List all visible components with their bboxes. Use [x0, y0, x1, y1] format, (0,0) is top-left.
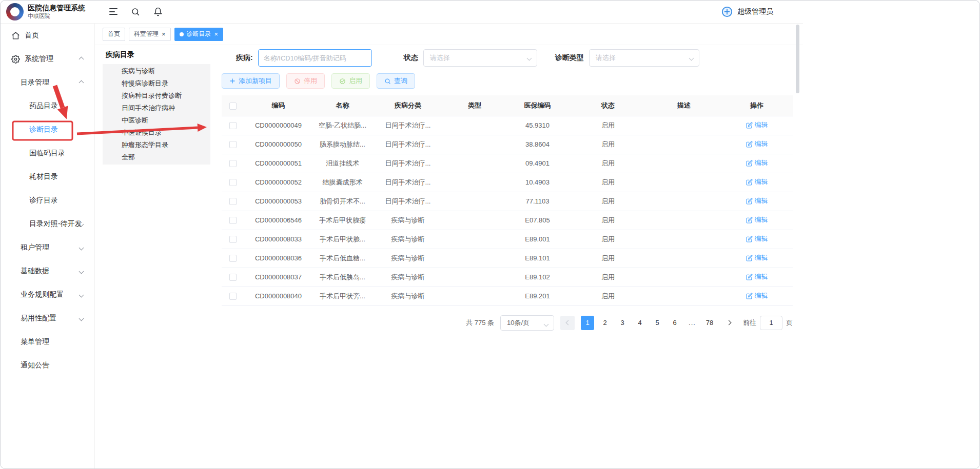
- tab-home[interactable]: 首页: [103, 28, 125, 41]
- edit-button[interactable]: 编辑: [746, 120, 768, 130]
- row-checkbox[interactable]: [229, 122, 237, 129]
- disable-button[interactable]: 停用: [286, 73, 325, 89]
- logo-area: 医院信息管理系统 中联医院: [0, 3, 95, 21]
- category-item[interactable]: 疾病与诊断: [103, 65, 210, 77]
- sidebar-item-catalog-management[interactable]: 目录管理: [0, 71, 94, 94]
- prev-page-button[interactable]: [560, 316, 575, 330]
- query-button[interactable]: 查询: [377, 73, 415, 89]
- cell-insurance-code: E89.201: [505, 287, 570, 305]
- select-all-checkbox[interactable]: [229, 103, 237, 110]
- edit-button[interactable]: 编辑: [746, 196, 768, 206]
- row-checkbox[interactable]: [229, 293, 237, 300]
- user-menu[interactable]: 超级管理员: [721, 6, 773, 18]
- sidebar-item-national-code-catalog[interactable]: 国临码目录: [0, 141, 94, 165]
- sidebar-item-diagnosis-catalog[interactable]: 诊断目录: [0, 118, 94, 141]
- disease-search-input[interactable]: [258, 49, 372, 67]
- category-item[interactable]: 日间手术治疗病种: [103, 102, 210, 114]
- edit-button[interactable]: 编辑: [746, 234, 768, 243]
- cell-code: CD0000006546: [244, 211, 313, 230]
- row-checkbox[interactable]: [229, 255, 237, 262]
- row-checkbox[interactable]: [229, 160, 237, 167]
- row-checkbox[interactable]: [229, 217, 237, 224]
- cell-category: 疾病与诊断: [372, 230, 444, 249]
- column-header-description: 描述: [646, 95, 721, 116]
- category-item[interactable]: 特慢病诊断目录: [103, 77, 210, 90]
- cell-code: CD0000000053: [244, 192, 313, 211]
- status-select[interactable]: 请选择: [423, 49, 537, 67]
- sidebar-item-tenant-management[interactable]: 租户管理: [0, 236, 94, 259]
- page-button-4[interactable]: 4: [633, 316, 646, 330]
- page-button-3[interactable]: 3: [616, 316, 629, 330]
- sidebar-item-treatment-catalog[interactable]: 诊疗目录: [0, 189, 94, 212]
- diagnosis-type-filter-label: 诊断类型: [555, 53, 584, 63]
- category-item[interactable]: 中医证候目录: [103, 127, 210, 139]
- more-pages-icon[interactable]: ...: [685, 316, 699, 330]
- sidebar-item-catalog-mapping[interactable]: 目录对照-待开发: [0, 212, 94, 236]
- row-checkbox[interactable]: [229, 179, 237, 186]
- table-row: CD0000000051 泪道挂线术 日间手术治疗... 09.4901 启用: [222, 154, 793, 173]
- table-row: CD0000000049 空肠-乙状结肠... 日间手术治疗... 45.931…: [222, 116, 793, 135]
- cell-name: 手术后甲状腺...: [313, 230, 372, 249]
- sidebar-item-home[interactable]: 首页: [0, 24, 94, 47]
- add-item-button[interactable]: 添加新项目: [222, 73, 280, 89]
- edit-button[interactable]: 编辑: [746, 272, 768, 281]
- sidebar-item-business-rules[interactable]: 业务规则配置: [0, 283, 94, 307]
- category-item[interactable]: 全部: [103, 151, 210, 164]
- page-button-1[interactable]: 1: [581, 316, 594, 330]
- page-numbers: 1 2 3 4 5 6 ... 78: [581, 316, 716, 330]
- cell-status: 启用: [570, 154, 646, 173]
- table-row: CD0000000052 结膜囊成形术 日间手术治疗... 10.4903 启用: [222, 173, 793, 192]
- search-icon[interactable]: [131, 7, 140, 16]
- row-checkbox[interactable]: [229, 141, 237, 148]
- category-item[interactable]: 肿瘤形态学目录: [103, 139, 210, 151]
- tab-department-management[interactable]: 科室管理 ×: [129, 28, 171, 41]
- page-button-5[interactable]: 5: [651, 316, 664, 330]
- chevron-down-icon: [526, 56, 532, 61]
- cell-code: CD0000000050: [244, 135, 313, 154]
- row-checkbox[interactable]: [229, 198, 237, 205]
- diagnosis-type-select[interactable]: 请选择: [589, 49, 699, 67]
- category-panel-title: 疾病目录: [103, 48, 210, 64]
- bell-icon[interactable]: [153, 7, 163, 16]
- cell-name: 空肠-乙状结肠...: [313, 116, 372, 135]
- next-page-button[interactable]: [722, 316, 737, 330]
- close-icon[interactable]: ×: [162, 31, 166, 37]
- cell-insurance-code: 45.9310: [505, 116, 570, 135]
- edit-button[interactable]: 编辑: [746, 139, 768, 149]
- page-button-78[interactable]: 78: [703, 316, 716, 330]
- page-button-2[interactable]: 2: [598, 316, 612, 330]
- enable-button[interactable]: 启用: [331, 73, 370, 89]
- tab-bar: 首页 科室管理 × 诊断目录 ×: [95, 24, 803, 45]
- category-item[interactable]: 按病种目录付费诊断: [103, 90, 210, 102]
- row-checkbox[interactable]: [229, 236, 237, 243]
- collapse-menu-icon[interactable]: [109, 8, 117, 15]
- sidebar-item-usability-config[interactable]: 易用性配置: [0, 307, 94, 330]
- edit-button[interactable]: 编辑: [746, 253, 768, 262]
- edit-icon: [746, 293, 753, 299]
- edit-button[interactable]: 编辑: [746, 177, 768, 187]
- edit-button[interactable]: 编辑: [746, 291, 768, 300]
- category-item[interactable]: 中医诊断: [103, 114, 210, 127]
- sidebar-item-system-management[interactable]: 系统管理: [0, 47, 94, 71]
- scrollbar-thumb[interactable]: [796, 25, 799, 93]
- goto-page-input[interactable]: [760, 316, 782, 330]
- cell-type: [444, 135, 505, 154]
- sidebar-item-consumables-catalog[interactable]: 耗材目录: [0, 165, 94, 189]
- row-checkbox[interactable]: [229, 274, 237, 281]
- close-icon[interactable]: ×: [214, 31, 219, 37]
- sidebar-item-drug-catalog[interactable]: 药品目录: [0, 94, 94, 118]
- sidebar-item-notice[interactable]: 通知公告: [0, 354, 94, 377]
- cell-type: [444, 116, 505, 135]
- tab-diagnosis-catalog[interactable]: 诊断目录 ×: [174, 28, 224, 41]
- cell-description: [646, 249, 721, 268]
- cell-insurance-code: 77.1103: [505, 192, 570, 211]
- home-icon: [11, 31, 20, 40]
- sidebar-item-menu-management[interactable]: 菜单管理: [0, 330, 94, 354]
- page-size-select[interactable]: 10条/页: [500, 315, 554, 331]
- cell-code: CD0000008040: [244, 287, 313, 305]
- page-button-6[interactable]: 6: [668, 316, 681, 330]
- edit-button[interactable]: 编辑: [746, 215, 768, 225]
- cell-insurance-code: 09.4901: [505, 154, 570, 173]
- edit-button[interactable]: 编辑: [746, 158, 768, 168]
- sidebar-item-basic-data[interactable]: 基础数据: [0, 259, 94, 283]
